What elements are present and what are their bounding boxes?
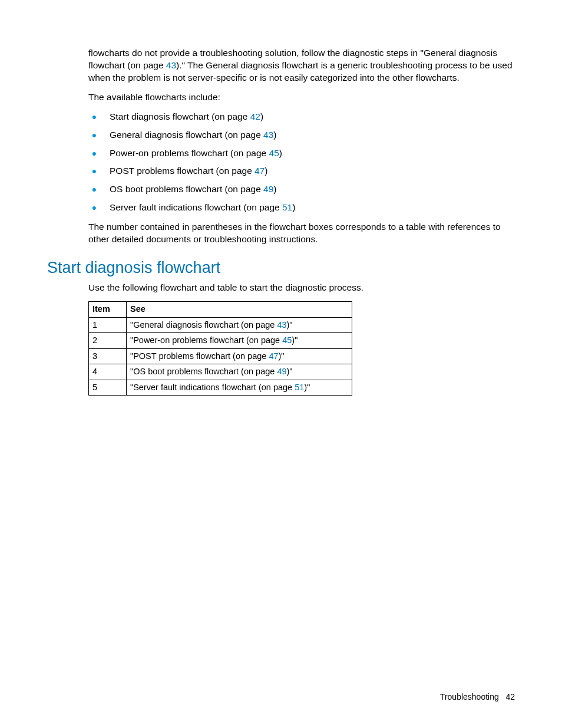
page-link[interactable]: 43 <box>263 130 273 140</box>
page-link[interactable]: 43 <box>277 320 286 330</box>
flowchart-list: Start diagnosis flowchart (on page 42) G… <box>88 111 515 215</box>
page-link[interactable]: 47 <box>269 351 278 361</box>
footer-page-number: 42 <box>505 692 515 701</box>
list-item: Server fault indications flowchart (on p… <box>88 202 515 214</box>
table-row: 2 "Power-on problems flowchart (on page … <box>89 333 352 349</box>
list-after: ) <box>273 130 276 140</box>
list-text: Start diagnosis flowchart (on page <box>110 111 250 121</box>
table-cell-item: 3 <box>89 348 127 364</box>
list-item: POST problems flowchart (on page 47) <box>88 165 515 177</box>
list-item: OS boot problems flowchart (on page 49) <box>88 183 515 196</box>
footer-section: Troubleshooting <box>440 692 499 701</box>
page-link[interactable]: 49 <box>263 184 273 194</box>
section-content: Use the following flowchart and table to… <box>88 282 515 396</box>
list-text: POST problems flowchart (on page <box>110 166 254 176</box>
intro-paragraph-3: The number contained in parentheses in t… <box>88 221 515 246</box>
table-header-row: Item See <box>89 301 352 317</box>
cell-pre: "General diagnosis flowchart (on page <box>130 320 277 330</box>
table-header-item: Item <box>89 301 127 317</box>
cell-pre: "Server fault indications flowchart (on … <box>130 383 295 392</box>
reference-table: Item See 1 "General diagnosis flowchart … <box>88 301 352 396</box>
table-cell-see: "General diagnosis flowchart (on page 43… <box>127 317 352 333</box>
table-cell-see: "Power-on problems flowchart (on page 45… <box>127 333 352 349</box>
page: flowcharts do not provide a troubleshoot… <box>0 0 562 396</box>
cell-post: )" <box>287 367 293 376</box>
list-text: OS boot problems flowchart (on page <box>110 184 263 194</box>
list-after: ) <box>265 166 267 176</box>
list-text: Power-on problems flowchart (on page <box>110 148 269 158</box>
table-cell-item: 4 <box>89 364 127 380</box>
cell-pre: "OS boot problems flowchart (on page <box>130 367 277 376</box>
table-header-see: See <box>127 301 352 317</box>
list-after: ) <box>260 111 263 121</box>
list-item: Start diagnosis flowchart (on page 42) <box>88 111 515 123</box>
section-heading: Start diagnosis flowchart <box>47 259 515 277</box>
table-cell-item: 1 <box>89 317 127 333</box>
list-item: Power-on problems flowchart (on page 45) <box>88 147 515 160</box>
cell-post: )" <box>292 335 297 345</box>
cell-post: )" <box>287 320 293 330</box>
list-after: ) <box>273 184 276 194</box>
page-link[interactable]: 49 <box>277 367 286 376</box>
table-cell-item: 2 <box>89 333 127 349</box>
page-link[interactable]: 51 <box>282 202 292 212</box>
page-link[interactable]: 42 <box>250 111 260 121</box>
page-link[interactable]: 45 <box>282 335 292 345</box>
intro-paragraph-1: flowcharts do not provide a troubleshoot… <box>88 47 515 84</box>
table-row: 3 "POST problems flowchart (on page 47)" <box>89 348 352 364</box>
list-item: General diagnosis flowchart (on page 43) <box>88 129 515 141</box>
cell-pre: "POST problems flowchart (on page <box>130 351 269 361</box>
table-cell-see: "Server fault indications flowchart (on … <box>127 380 352 396</box>
table-cell-see: "OS boot problems flowchart (on page 49)… <box>127 364 352 380</box>
list-after: ) <box>292 202 295 212</box>
section-lead: Use the following flowchart and table to… <box>88 282 515 294</box>
list-text: Server fault indications flowchart (on p… <box>110 202 282 212</box>
table-cell-item: 5 <box>89 380 127 396</box>
cell-pre: "Power-on problems flowchart (on page <box>130 335 282 345</box>
list-text: General diagnosis flowchart (on page <box>110 130 263 140</box>
table-row: 1 "General diagnosis flowchart (on page … <box>89 317 352 333</box>
table-row: 5 "Server fault indications flowchart (o… <box>89 380 352 396</box>
list-after: ) <box>279 148 282 158</box>
page-link[interactable]: 47 <box>254 166 265 176</box>
body-content: flowcharts do not provide a troubleshoot… <box>88 47 515 246</box>
page-link[interactable]: 51 <box>295 383 304 392</box>
page-link[interactable]: 45 <box>269 148 279 158</box>
table-cell-see: "POST problems flowchart (on page 47)" <box>127 348 352 364</box>
table-row: 4 "OS boot problems flowchart (on page 4… <box>89 364 352 380</box>
page-footer: Troubleshooting 42 <box>440 692 515 701</box>
cell-post: )" <box>304 383 310 392</box>
cell-post: )" <box>279 351 285 361</box>
intro-paragraph-2: The available flowcharts include: <box>88 91 515 104</box>
page-link-43[interactable]: 43 <box>166 60 176 70</box>
